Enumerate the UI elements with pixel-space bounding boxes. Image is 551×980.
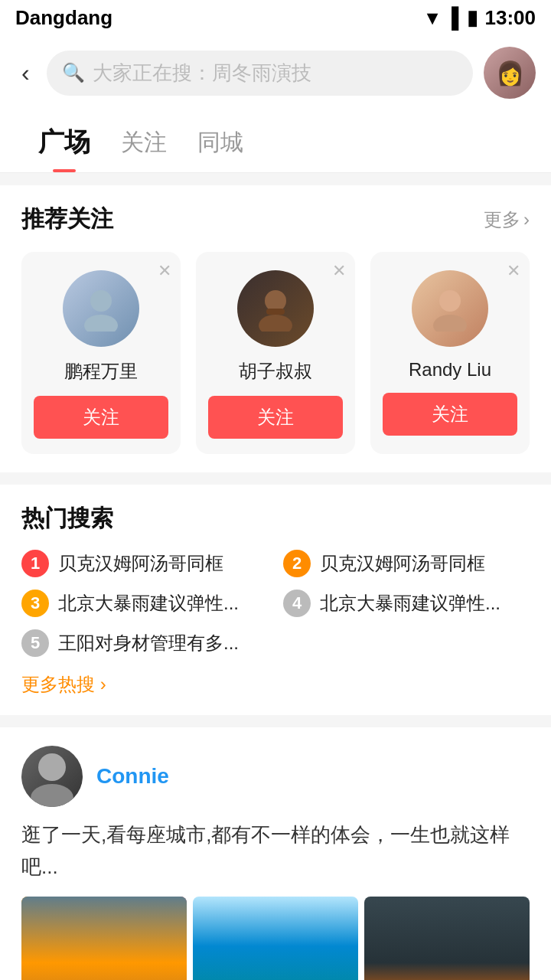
hot-text-1: 贝克汉姆阿汤哥同框	[58, 551, 223, 576]
card-avatar-3	[412, 270, 488, 347]
follow-card-2: ✕ 胡子叔叔 关注	[196, 252, 355, 454]
svg-point-2	[265, 290, 286, 312]
feed-item-1: Connie 逛了一天,看每座城市,都有不一样的体会，一生也就这样吧... 上海…	[21, 746, 530, 980]
card-name-2: 胡子叔叔	[239, 359, 312, 384]
feed-image-3	[364, 897, 530, 980]
hot-item-5[interactable]: 5 王阳对身材管理有多...	[21, 629, 268, 657]
feed-username[interactable]: Connie	[96, 764, 169, 789]
svg-point-1	[84, 315, 118, 332]
feed-section: Connie 逛了一天,看每座城市,都有不一样的体会，一生也就这样吧... 上海…	[0, 727, 551, 980]
search-bar: ‹ 🔍 大家正在搜：周冬雨演技 👩	[0, 36, 551, 109]
feed-image-2	[193, 897, 358, 980]
feed-avatar	[21, 746, 83, 807]
card-avatar-1	[63, 270, 139, 347]
search-icon: 🔍	[62, 62, 85, 83]
signal-icon: ▐	[445, 6, 458, 30]
hot-text-4: 北京大暴雨建议弹性...	[320, 591, 500, 616]
wifi-icon: ▾	[427, 6, 437, 30]
follow-cards: ✕ 鹏程万里 关注 ✕ 胡子叔叔 关注 ✕	[21, 252, 530, 454]
hot-more-row: 更多热搜 ›	[21, 672, 530, 697]
tab-nearby[interactable]: 同城	[182, 119, 259, 171]
follow-button-1[interactable]: 关注	[34, 396, 168, 439]
close-card-1-button[interactable]: ✕	[158, 261, 171, 281]
hot-more-link[interactable]: 更多热搜 ›	[21, 672, 530, 697]
follow-button-3[interactable]: 关注	[383, 393, 517, 436]
status-icons: ▾ ▐ ▮ 13:00	[427, 6, 536, 30]
hot-rank-5: 5	[21, 629, 49, 657]
tabs-row: 广场 关注 同城	[0, 109, 551, 173]
app-name: Dangdang	[15, 6, 112, 30]
back-button[interactable]: ‹	[15, 56, 36, 90]
recommend-header: 推荐关注 更多 ›	[21, 204, 530, 235]
svg-rect-4	[266, 309, 285, 315]
search-placeholder: 大家正在搜：周冬雨演技	[93, 60, 311, 87]
recommend-more-link[interactable]: 更多 ›	[484, 207, 530, 232]
hot-text-3: 北京大暴雨建议弹性...	[58, 591, 239, 616]
feed-images	[21, 897, 530, 980]
hot-rank-4: 4	[283, 590, 311, 617]
hot-text-2: 贝克汉姆阿汤哥同框	[320, 551, 485, 576]
svg-point-8	[31, 784, 73, 807]
clock: 13:00	[485, 6, 536, 30]
hot-item-3[interactable]: 3 北京大暴雨建议弹性...	[21, 590, 268, 617]
hot-item-1[interactable]: 1 贝克汉姆阿汤哥同框	[21, 550, 268, 577]
battery-icon: ▮	[467, 6, 478, 30]
search-input-wrap[interactable]: 🔍 大家正在搜：周冬雨演技	[47, 51, 473, 96]
svg-point-5	[439, 290, 461, 312]
avatar-image: 👩	[484, 47, 536, 99]
card-name-1: 鹏程万里	[64, 359, 138, 384]
follow-card-3: ✕ Randy Liu 关注	[370, 252, 530, 454]
svg-point-3	[259, 315, 292, 332]
chevron-right-icon: ›	[523, 209, 530, 230]
svg-point-7	[38, 753, 66, 781]
hot-rank-2: 2	[283, 550, 311, 577]
hot-search-section: 热门搜索 1 贝克汉姆阿汤哥同框 2 贝克汉姆阿汤哥同框 3 北京大暴雨建议弹性…	[0, 485, 551, 715]
hot-text-5: 王阳对身材管理有多...	[58, 631, 239, 655]
tab-square[interactable]: 广场	[23, 117, 106, 172]
feed-header: Connie	[21, 746, 530, 807]
hot-rank-3: 3	[21, 590, 49, 617]
feed-image-1	[21, 897, 187, 980]
hot-search-grid: 1 贝克汉姆阿汤哥同框 2 贝克汉姆阿汤哥同框 3 北京大暴雨建议弹性... 4…	[21, 550, 530, 657]
follow-button-2[interactable]: 关注	[208, 396, 343, 439]
close-card-2-button[interactable]: ✕	[332, 261, 346, 281]
hot-item-4[interactable]: 4 北京大暴雨建议弹性...	[283, 590, 530, 617]
status-bar: Dangdang ▾ ▐ ▮ 13:00	[0, 0, 551, 36]
hot-item-2[interactable]: 2 贝克汉姆阿汤哥同框	[283, 550, 530, 577]
hot-rank-1: 1	[21, 550, 49, 577]
card-avatar-2	[237, 270, 314, 347]
user-avatar[interactable]: 👩	[484, 47, 536, 99]
recommend-section: 推荐关注 更多 › ✕ 鹏程万里 关注 ✕	[0, 185, 551, 472]
follow-card-1: ✕ 鹏程万里 关注	[21, 252, 181, 454]
card-name-3: Randy Liu	[409, 359, 491, 381]
svg-point-6	[433, 315, 467, 332]
hot-search-title: 热门搜索	[21, 503, 530, 534]
close-card-3-button[interactable]: ✕	[507, 261, 520, 281]
recommend-title: 推荐关注	[21, 204, 113, 235]
svg-point-0	[90, 290, 112, 312]
feed-content: 逛了一天,看每座城市,都有不一样的体会，一生也就这样吧...	[21, 819, 530, 883]
tab-follow[interactable]: 关注	[106, 119, 182, 171]
